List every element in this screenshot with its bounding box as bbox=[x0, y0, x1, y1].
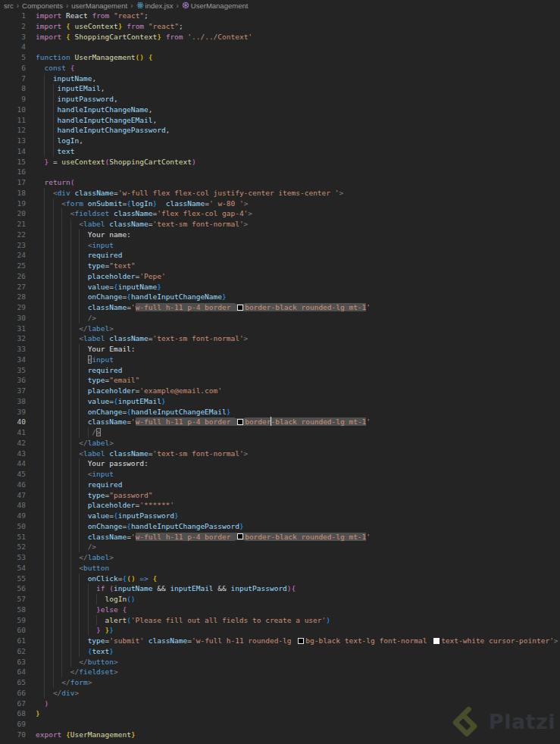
code-line-content[interactable]: required bbox=[26, 250, 560, 261]
code-line-content[interactable]: required bbox=[26, 365, 560, 376]
code-line-content[interactable]: import React from "react"; bbox=[26, 11, 560, 21]
token: '******' bbox=[139, 501, 174, 509]
code-line-content[interactable]: </label> bbox=[26, 324, 560, 334]
code-line-content[interactable]: value={inputPassword} bbox=[26, 511, 560, 521]
token: onSubmit bbox=[88, 199, 123, 208]
token: logIn bbox=[131, 199, 153, 208]
code-line-content[interactable]: </form> bbox=[26, 677, 560, 688]
code-line-content[interactable]: Your Email: bbox=[26, 344, 560, 355]
token: Your name: bbox=[88, 230, 131, 239]
indent-guide bbox=[70, 438, 71, 449]
code-line-content[interactable]: import { ShoppingCartContext} from '../.… bbox=[26, 32, 560, 42]
code-line-content[interactable]: <fieldset className='flex flex-col gap-4… bbox=[26, 208, 560, 219]
code-line-content[interactable]: type='submit' className='w-full h-11 rou… bbox=[26, 636, 560, 646]
code-line-content[interactable]: onClick={() => { bbox=[26, 574, 560, 584]
line-number: 5 bbox=[0, 52, 26, 63]
breadcrumb-item-UserManagement[interactable]: UserManagement bbox=[182, 2, 249, 10]
code-line-content[interactable]: Your password: bbox=[26, 458, 560, 469]
token: React bbox=[66, 11, 88, 20]
code-line-content[interactable]: inputEMail, bbox=[26, 83, 560, 94]
code-line-content[interactable]: } = useContext(ShoppingCartContext) bbox=[26, 157, 560, 167]
indent-guide bbox=[44, 636, 45, 646]
indent-guide bbox=[53, 646, 54, 657]
code-line-content[interactable]: } }} bbox=[26, 625, 560, 636]
breadcrumb-item-Components[interactable]: Components bbox=[22, 2, 63, 10]
code-line-content[interactable]: logIn, bbox=[26, 136, 560, 146]
code-line-content[interactable]: onChange={handleInputChangeName} bbox=[26, 292, 560, 302]
code-line-content[interactable]: placeholder='example@email.com' bbox=[26, 386, 560, 396]
code-line-content[interactable]: const { bbox=[26, 63, 560, 73]
indent-guide bbox=[44, 417, 45, 427]
indent-guide bbox=[53, 136, 54, 146]
editor-pane[interactable]: 1import React from "react";2import { use… bbox=[0, 11, 560, 740]
code-line-content[interactable]: value={inputEMail} bbox=[26, 396, 560, 407]
code-line-content[interactable]: {text} bbox=[26, 646, 560, 657]
code-line-content[interactable]: function UserManagement() { bbox=[26, 52, 560, 63]
code-line-content[interactable]: if (inputName && inputEMail && inputPass… bbox=[26, 583, 560, 594]
code-line-content[interactable]: className='w-full h-11 p-4 border border… bbox=[26, 417, 560, 427]
line-number: 17 bbox=[0, 177, 26, 188]
code-line-content[interactable]: text bbox=[26, 146, 560, 157]
code-line-content[interactable]: <div className='w-full flex flex-col jus… bbox=[26, 188, 560, 199]
code-line-content[interactable]: <label className='text-sm font-normal'> bbox=[26, 219, 560, 230]
code-line-content[interactable]: /> bbox=[26, 427, 560, 438]
code-line-content[interactable]: <label className='text-sm font-normal'> bbox=[26, 449, 560, 459]
breadcrumb-item-index.jsx[interactable]: index.jsx bbox=[136, 2, 174, 10]
code-line-content[interactable] bbox=[26, 42, 560, 52]
token: inputEMail bbox=[170, 584, 213, 592]
code-line-content[interactable]: </label> bbox=[26, 552, 560, 563]
indent-guide bbox=[70, 511, 71, 521]
code-line-content[interactable]: </div> bbox=[26, 688, 560, 699]
code-line-content[interactable]: /> bbox=[26, 313, 560, 324]
code-line-content[interactable]: </button> bbox=[26, 657, 560, 667]
code-line-content[interactable]: /> bbox=[26, 542, 560, 552]
code-line-content[interactable]: <form onSubmit={logIn} className=' w-80 … bbox=[26, 199, 560, 209]
line-number: 63 bbox=[0, 657, 26, 667]
code-line-content[interactable]: placeholder='Pepe' bbox=[26, 271, 560, 282]
indent-guide bbox=[61, 324, 62, 334]
code-line-content[interactable]: type="email" bbox=[26, 375, 560, 386]
breadcrumb-item-userManagement[interactable]: userManagement bbox=[71, 2, 127, 10]
code-line-content[interactable]: Your name: bbox=[26, 230, 560, 240]
code-line-content[interactable]: onChange={handleInputChangePassword} bbox=[26, 521, 560, 532]
code-line-content[interactable]: <input bbox=[26, 240, 560, 251]
code-line-content[interactable]: return( bbox=[26, 177, 560, 188]
code-line-content[interactable]: <button bbox=[26, 563, 560, 574]
code-line-content[interactable]: <input bbox=[26, 355, 560, 365]
code-line-content[interactable]: logIn() bbox=[26, 594, 560, 605]
code-line-content[interactable]: import { useContext} from "react"; bbox=[26, 21, 560, 32]
breadcrumb-item-src[interactable]: src bbox=[4, 2, 14, 10]
code-line-content[interactable]: onChange={handleInputChangeEMail} bbox=[26, 407, 560, 417]
code-line-content[interactable] bbox=[26, 167, 560, 177]
code-line-content[interactable]: <label className='text-sm font-normal'> bbox=[26, 333, 560, 344]
code-line-content[interactable]: value={inputName} bbox=[26, 282, 560, 292]
indent-guide bbox=[79, 271, 80, 282]
code-line-content[interactable]: <input bbox=[26, 469, 560, 480]
code-line-content[interactable]: handleInputChangePassword, bbox=[26, 125, 560, 136]
indent-guide bbox=[61, 625, 62, 636]
indent-guide bbox=[44, 458, 45, 469]
code-line-content[interactable]: placeholder='******' bbox=[26, 500, 560, 511]
indent-guide bbox=[44, 563, 45, 574]
code-line-content[interactable]: </fieldset> bbox=[26, 667, 560, 677]
indent-guide bbox=[70, 532, 71, 542]
code-line-content[interactable]: handleInputChangeEMail, bbox=[26, 115, 560, 126]
code-line-content[interactable]: inputName, bbox=[26, 73, 560, 84]
code-line-content[interactable]: handleInputChangeName, bbox=[26, 105, 560, 115]
code-line-content[interactable]: required bbox=[26, 480, 560, 490]
code-line-13: 13 logIn, bbox=[0, 136, 560, 146]
code-line-content[interactable]: </label> bbox=[26, 438, 560, 449]
token: 'Pepe' bbox=[139, 272, 165, 280]
breadcrumb-label: userManagement bbox=[71, 2, 127, 10]
token: { bbox=[122, 605, 127, 614]
code-line-content[interactable]: }else { bbox=[26, 605, 560, 615]
indent-guide bbox=[70, 417, 71, 427]
code-line-content[interactable]: inputPassword, bbox=[26, 94, 560, 105]
code-line-content[interactable]: type="password" bbox=[26, 490, 560, 501]
token: () bbox=[127, 595, 135, 603]
code-line-content[interactable]: className='w-full h-11 p-4 border border… bbox=[26, 302, 560, 313]
code-line-content[interactable]: className='w-full h-11 p-4 border border… bbox=[26, 532, 560, 542]
code-line-content[interactable]: type="text" bbox=[26, 261, 560, 271]
line-number: 37 bbox=[0, 386, 26, 396]
code-line-content[interactable]: alert('Please fill out all fields to cre… bbox=[26, 615, 560, 626]
